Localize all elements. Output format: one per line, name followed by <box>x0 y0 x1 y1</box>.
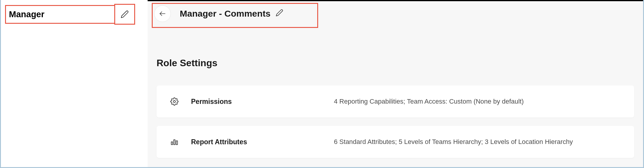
sidebar: Manager <box>1 1 148 167</box>
card-report-attributes[interactable]: Report Attributes 6 Standard Attributes;… <box>157 126 634 158</box>
pencil-icon <box>121 10 129 18</box>
sidebar-item-label: Manager <box>9 9 44 19</box>
card-description: 4 Reporting Capabilities; Team Access: C… <box>334 98 524 105</box>
svg-rect-2 <box>171 142 173 145</box>
svg-rect-4 <box>176 141 178 145</box>
card-title: Report Attributes <box>191 138 334 146</box>
page-title: Manager - Comments <box>180 9 271 18</box>
card-description: 6 Standard Attributes; 5 Levels of Teams… <box>334 138 573 146</box>
back-button[interactable] <box>154 5 171 22</box>
title-edit-button[interactable] <box>276 9 283 17</box>
page-title-wrap: Manager - Comments <box>180 9 283 19</box>
header-row: Manager - Comments <box>154 5 283 22</box>
card-permissions[interactable]: Permissions 4 Reporting Capabilities; Te… <box>157 85 634 118</box>
section-title: Role Settings <box>157 58 217 69</box>
sidebar-item-role[interactable]: Manager <box>5 5 133 24</box>
bar-chart-icon <box>168 138 180 146</box>
sidebar-edit-button[interactable] <box>114 4 135 25</box>
svg-point-1 <box>173 101 176 103</box>
arrow-left-icon <box>159 10 166 18</box>
card-title: Permissions <box>191 98 334 106</box>
main-content: Manager - Comments Role Settings Permiss… <box>148 1 643 167</box>
svg-rect-3 <box>174 140 175 145</box>
pencil-icon <box>276 9 283 17</box>
gear-icon <box>168 97 180 106</box>
